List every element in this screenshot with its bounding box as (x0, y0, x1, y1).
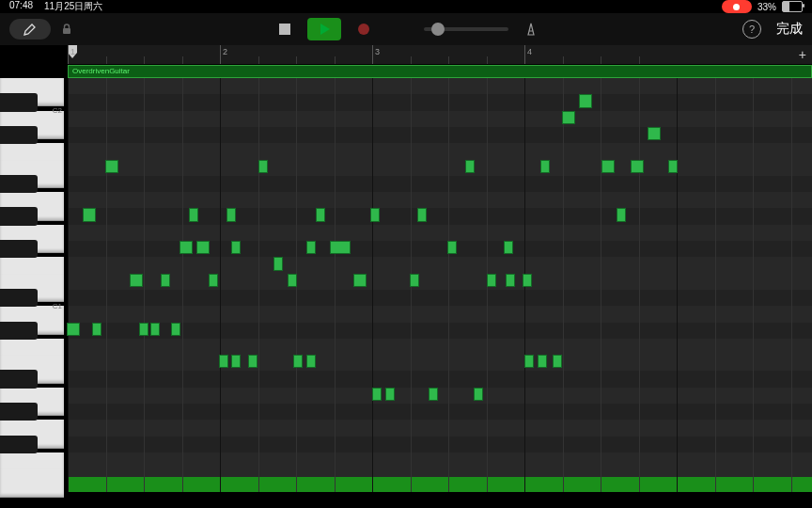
piano-black-key[interactable] (0, 436, 38, 453)
grid-row (68, 192, 812, 208)
midi-note[interactable] (273, 257, 283, 270)
volume-slider[interactable] (424, 27, 508, 31)
midi-note[interactable] (180, 241, 193, 254)
piano-black-key[interactable] (0, 240, 38, 258)
midi-note[interactable] (161, 274, 170, 287)
midi-note[interactable] (171, 323, 180, 336)
play-icon (318, 23, 331, 36)
midi-note[interactable] (258, 160, 268, 173)
midi-note[interactable] (410, 274, 419, 287)
piano-keyboard[interactable]: C2 C1 (0, 78, 68, 492)
midi-note[interactable] (353, 274, 367, 287)
piano-black-key[interactable] (0, 93, 38, 111)
midi-note[interactable] (372, 388, 382, 401)
piano-roll-editor: C2 C1 (0, 78, 812, 492)
midi-note[interactable] (219, 355, 228, 368)
bar-label: 1 (70, 47, 75, 56)
midi-note[interactable] (504, 241, 513, 254)
midi-note[interactable] (447, 241, 457, 254)
pencil-icon (23, 22, 38, 37)
midi-note[interactable] (553, 355, 562, 368)
midi-note[interactable] (538, 355, 547, 368)
midi-note[interactable] (316, 208, 325, 221)
grid-row (68, 78, 812, 94)
midi-note[interactable] (579, 94, 592, 107)
status-bar: 07:48 11月25日周六 33% (0, 0, 812, 13)
midi-note[interactable] (429, 388, 438, 401)
midi-note[interactable] (150, 323, 160, 336)
midi-note[interactable] (648, 127, 661, 140)
grid-row (68, 355, 812, 371)
midi-note[interactable] (209, 274, 218, 287)
piano-black-key[interactable] (0, 289, 38, 307)
midi-note[interactable] (130, 274, 143, 287)
midi-note[interactable] (248, 355, 258, 368)
timeline-ruler[interactable]: + 1234 (68, 45, 812, 65)
metronome-icon (523, 22, 539, 37)
grid-row (68, 437, 812, 452)
midi-note[interactable] (524, 355, 534, 368)
transport-controls (272, 18, 544, 40)
edit-mode-button[interactable] (9, 19, 51, 40)
midi-note[interactable] (105, 160, 118, 173)
help-button[interactable]: ? (742, 20, 761, 39)
midi-note[interactable] (385, 388, 395, 401)
stop-button[interactable] (272, 18, 298, 40)
bar-label: 2 (223, 47, 227, 56)
midi-note[interactable] (139, 323, 148, 336)
midi-note[interactable] (668, 160, 678, 173)
midi-note[interactable] (540, 160, 550, 173)
midi-note[interactable] (506, 274, 515, 287)
midi-note[interactable] (231, 355, 241, 368)
midi-note[interactable] (189, 208, 198, 221)
midi-note[interactable] (617, 208, 626, 221)
midi-note[interactable] (226, 208, 236, 221)
region-name: OverdrivenGuitar (72, 67, 130, 75)
battery-percent: 33% (757, 2, 776, 12)
midi-note[interactable] (306, 241, 316, 254)
piano-black-key[interactable] (0, 175, 38, 193)
midi-note[interactable] (288, 274, 297, 287)
grid-row (68, 176, 812, 192)
bar-label: 3 (375, 47, 380, 56)
midi-note[interactable] (523, 274, 532, 287)
midi-note[interactable] (417, 208, 427, 221)
bar-label: 4 (527, 47, 532, 56)
grid-row (68, 388, 812, 404)
note-grid[interactable] (68, 78, 812, 492)
midi-note[interactable] (196, 241, 210, 254)
midi-note[interactable] (370, 208, 380, 221)
done-button[interactable]: 完成 (776, 21, 803, 38)
piano-black-key[interactable] (0, 370, 38, 388)
midi-note[interactable] (306, 355, 316, 368)
metronome-button[interactable] (518, 18, 544, 40)
piano-black-key[interactable] (0, 322, 38, 340)
midi-note[interactable] (474, 388, 483, 401)
midi-note[interactable] (487, 274, 496, 287)
midi-note[interactable] (562, 111, 575, 124)
midi-note[interactable] (83, 208, 96, 221)
midi-note[interactable] (293, 355, 303, 368)
battery-icon (782, 1, 803, 12)
piano-black-key[interactable] (0, 207, 38, 225)
region-header[interactable]: OverdrivenGuitar (68, 65, 812, 78)
midi-note[interactable] (631, 160, 644, 173)
screen-recording-indicator[interactable] (722, 0, 752, 13)
record-button[interactable] (351, 18, 377, 40)
record-icon (356, 22, 371, 37)
grid-row (68, 257, 812, 273)
midi-note[interactable] (231, 241, 241, 254)
midi-note[interactable] (67, 323, 80, 336)
midi-note[interactable] (330, 241, 351, 254)
add-section-button[interactable]: + (799, 47, 806, 62)
piano-black-key[interactable] (0, 403, 38, 421)
midi-note[interactable] (601, 160, 615, 173)
piano-black-key[interactable] (0, 126, 38, 144)
midi-note[interactable] (92, 323, 102, 336)
toolbar: ? 完成 (0, 13, 812, 45)
stop-icon (278, 23, 291, 36)
piano-white-key[interactable] (0, 468, 64, 497)
play-button[interactable] (307, 18, 341, 40)
midi-note[interactable] (465, 160, 475, 173)
grid-row (68, 420, 812, 436)
